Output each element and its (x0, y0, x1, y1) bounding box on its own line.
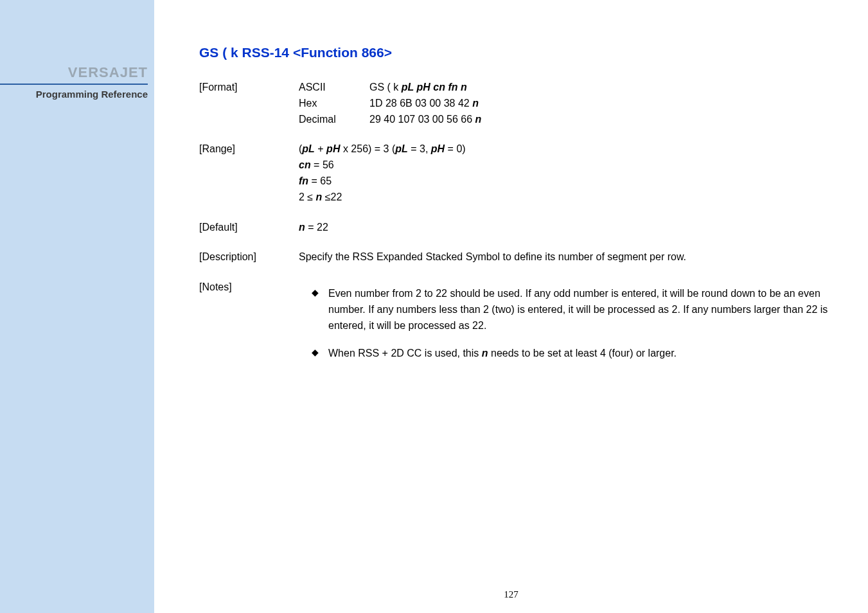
note-text: When RSS + 2D CC is used, this (328, 348, 482, 359)
range-line: 2 ≤ n ≤22 (299, 190, 842, 206)
t: = 56 (311, 159, 334, 170)
label-default: [Default] (199, 220, 299, 236)
t: pH (431, 143, 445, 154)
description-body: Specify the RSS Expanded Stacked Symbol … (299, 249, 842, 265)
notes-body: Even number from 2 to 22 should be used.… (299, 280, 842, 373)
label-description: [Description] (199, 249, 299, 265)
section-notes: [Notes] Even number from 2 to 22 should … (199, 280, 842, 373)
sidebar: VERSAJET Programming Reference (0, 0, 154, 613)
page-title: GS ( k RSS-14 <Function 866> (199, 45, 842, 60)
t: = 0) (445, 143, 465, 154)
note-param: n (482, 348, 488, 359)
note-text: needs to be set at least 4 (four) or lar… (488, 348, 677, 359)
format-params: pL pH cn fn n (402, 82, 467, 93)
t: 2 ≤ (299, 191, 316, 202)
format-row: Hex 1D 28 6B 03 00 38 42 n (299, 96, 842, 112)
default-body: n = 22 (299, 220, 842, 236)
t: = 22 (305, 222, 328, 233)
range-line: (pL + pH x 256) = 3 (pL = 3, pH = 0) (299, 141, 842, 157)
format-value: 1D 28 6B 03 00 38 42 n (369, 96, 479, 112)
t: n (299, 222, 305, 233)
format-params: n (472, 98, 479, 109)
range-line: fn = 65 (299, 173, 842, 190)
notes-list: Even number from 2 to 22 should be used.… (299, 286, 842, 361)
t: fn (299, 175, 308, 186)
sidebar-subtitle: Programming Reference (0, 89, 148, 100)
format-key: Decimal (299, 112, 369, 128)
format-key: Hex (299, 96, 369, 112)
format-value: 29 40 107 03 00 56 66 n (369, 112, 481, 128)
t: ≤22 (322, 191, 342, 202)
t: = 65 (308, 175, 332, 186)
brand-rule (0, 84, 148, 85)
format-params: n (475, 114, 482, 125)
page: VERSAJET Programming Reference GS ( k RS… (0, 0, 868, 613)
t: pL (395, 143, 408, 154)
t: pH (326, 143, 340, 154)
format-key: ASCII (299, 80, 369, 96)
format-prefix: 29 40 107 03 00 56 66 (369, 114, 475, 125)
note-item: Even number from 2 to 22 should be used.… (312, 286, 842, 333)
brand-title: VERSAJET (0, 64, 148, 84)
section-format: [Format] ASCII GS ( k pL pH cn fn n Hex … (199, 80, 842, 127)
section-default: [Default] n = 22 (199, 220, 842, 236)
note-item: When RSS + 2D CC is used, this n needs t… (312, 346, 842, 362)
section-description: [Description] Specify the RSS Expanded S… (199, 249, 842, 265)
t: n (316, 191, 323, 202)
range-line: cn = 56 (299, 157, 842, 173)
format-value: GS ( k pL pH cn fn n (369, 80, 467, 96)
t: cn (299, 159, 311, 170)
section-range: [Range] (pL + pH x 256) = 3 (pL = 3, pH … (199, 141, 842, 205)
format-prefix: 1D 28 6B 03 00 38 42 (369, 98, 472, 109)
label-range: [Range] (199, 141, 299, 205)
t: x 256) = 3 ( (340, 143, 395, 154)
format-body: ASCII GS ( k pL pH cn fn n Hex 1D 28 6B … (299, 80, 842, 127)
t: = 3, (408, 143, 431, 154)
format-row: ASCII GS ( k pL pH cn fn n (299, 80, 842, 96)
label-format: [Format] (199, 80, 299, 127)
sidebar-inner: VERSAJET Programming Reference (0, 64, 154, 100)
t: pL (302, 143, 315, 154)
content: GS ( k RSS-14 <Function 866> [Format] AS… (154, 0, 868, 613)
page-number: 127 (504, 589, 518, 600)
label-notes: [Notes] (199, 280, 299, 373)
note-text: Even number from 2 to 22 should be used.… (328, 288, 828, 331)
format-prefix: GS ( k (369, 82, 402, 93)
t: + (315, 143, 326, 154)
format-row: Decimal 29 40 107 03 00 56 66 n (299, 112, 842, 128)
range-body: (pL + pH x 256) = 3 (pL = 3, pH = 0) cn … (299, 141, 842, 205)
